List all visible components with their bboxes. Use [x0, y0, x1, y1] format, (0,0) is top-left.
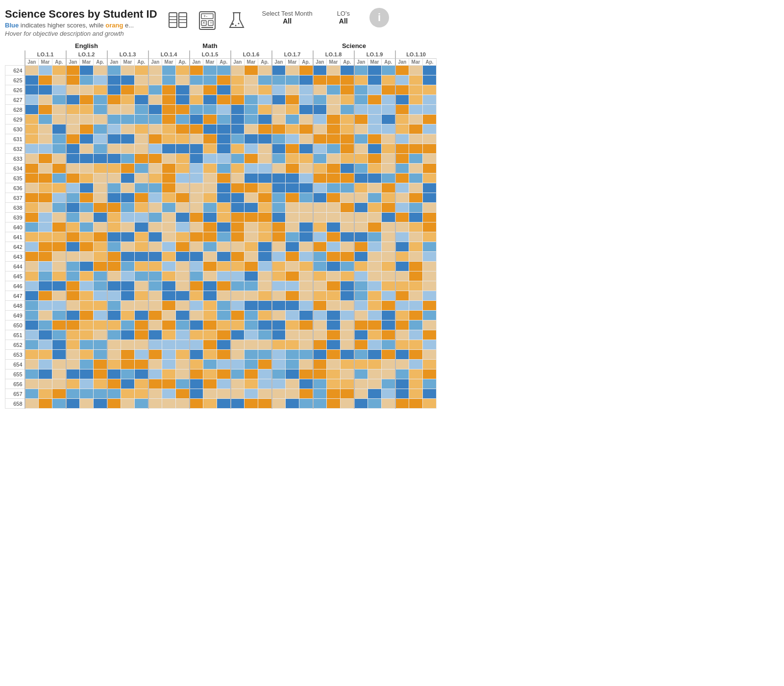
score-cell[interactable] — [423, 154, 437, 164]
score-cell[interactable] — [135, 311, 148, 320]
score-cell[interactable] — [272, 115, 286, 124]
score-cell[interactable] — [176, 389, 190, 399]
score-cell[interactable] — [313, 193, 327, 203]
score-cell[interactable] — [39, 124, 52, 134]
score-cell[interactable] — [80, 311, 94, 320]
score-cell[interactable] — [203, 232, 217, 242]
score-cell[interactable] — [25, 154, 39, 164]
score-cell[interactable] — [272, 183, 286, 193]
score-cell[interactable] — [217, 242, 231, 252]
score-cell[interactable] — [80, 291, 94, 301]
score-cell[interactable] — [121, 369, 135, 379]
score-cell[interactable] — [368, 320, 382, 330]
score-cell[interactable] — [272, 281, 286, 291]
score-cell[interactable] — [121, 399, 135, 409]
score-cell[interactable] — [368, 262, 382, 271]
score-cell[interactable] — [245, 360, 258, 369]
score-cell[interactable] — [107, 154, 121, 164]
score-cell[interactable] — [258, 213, 272, 222]
score-cell[interactable] — [121, 330, 135, 340]
score-cell[interactable] — [25, 379, 39, 389]
score-cell[interactable] — [94, 144, 107, 154]
score-cell[interactable] — [162, 320, 176, 330]
score-cell[interactable] — [327, 183, 341, 193]
score-cell[interactable] — [190, 183, 203, 193]
score-cell[interactable] — [80, 115, 94, 124]
score-cell[interactable] — [382, 399, 395, 409]
score-cell[interactable] — [52, 291, 66, 301]
score-cell[interactable] — [135, 242, 148, 252]
score-cell[interactable] — [135, 232, 148, 242]
score-cell[interactable] — [395, 281, 409, 291]
score-cell[interactable] — [39, 144, 52, 154]
score-cell[interactable] — [354, 271, 368, 281]
score-cell[interactable] — [395, 144, 409, 154]
score-cell[interactable] — [299, 271, 313, 281]
score-cell[interactable] — [231, 389, 245, 399]
score-cell[interactable] — [39, 75, 52, 85]
score-cell[interactable] — [39, 301, 52, 311]
score-cell[interactable] — [203, 350, 217, 360]
score-cell[interactable] — [217, 193, 231, 203]
score-cell[interactable] — [354, 232, 368, 242]
score-cell[interactable] — [121, 389, 135, 399]
score-cell[interactable] — [25, 242, 39, 252]
score-cell[interactable] — [80, 85, 94, 95]
score-cell[interactable] — [52, 173, 66, 183]
score-cell[interactable] — [231, 193, 245, 203]
score-cell[interactable] — [203, 164, 217, 173]
score-cell[interactable] — [39, 320, 52, 330]
score-cell[interactable] — [272, 311, 286, 320]
score-cell[interactable] — [395, 262, 409, 271]
score-cell[interactable] — [190, 144, 203, 154]
score-cell[interactable] — [382, 379, 395, 389]
score-cell[interactable] — [395, 360, 409, 369]
score-cell[interactable] — [107, 281, 121, 291]
score-cell[interactable] — [176, 183, 190, 193]
score-cell[interactable] — [327, 242, 341, 252]
score-cell[interactable] — [286, 203, 299, 213]
score-cell[interactable] — [107, 66, 121, 75]
score-cell[interactable] — [203, 262, 217, 271]
score-cell[interactable] — [286, 399, 299, 409]
score-cell[interactable] — [190, 115, 203, 124]
score-cell[interactable] — [258, 144, 272, 154]
score-cell[interactable] — [382, 105, 395, 115]
score-cell[interactable] — [52, 95, 66, 105]
score-cell[interactable] — [313, 222, 327, 232]
score-cell[interactable] — [368, 183, 382, 193]
score-cell[interactable] — [327, 232, 341, 242]
score-cell[interactable] — [94, 134, 107, 144]
score-cell[interactable] — [272, 360, 286, 369]
score-cell[interactable] — [313, 350, 327, 360]
score-cell[interactable] — [203, 124, 217, 134]
score-cell[interactable] — [327, 105, 341, 115]
score-cell[interactable] — [80, 350, 94, 360]
score-cell[interactable] — [121, 183, 135, 193]
score-cell[interactable] — [368, 105, 382, 115]
score-cell[interactable] — [354, 399, 368, 409]
score-cell[interactable] — [368, 242, 382, 252]
score-cell[interactable] — [217, 291, 231, 301]
score-cell[interactable] — [107, 105, 121, 115]
score-cell[interactable] — [39, 154, 52, 164]
score-cell[interactable] — [217, 154, 231, 164]
score-cell[interactable] — [135, 340, 148, 350]
score-cell[interactable] — [354, 252, 368, 262]
score-cell[interactable] — [176, 281, 190, 291]
score-cell[interactable] — [423, 124, 437, 134]
score-cell[interactable] — [341, 350, 354, 360]
score-cell[interactable] — [258, 301, 272, 311]
score-cell[interactable] — [382, 183, 395, 193]
score-cell[interactable] — [382, 95, 395, 105]
score-cell[interactable] — [107, 262, 121, 271]
score-cell[interactable] — [395, 232, 409, 242]
score-cell[interactable] — [327, 291, 341, 301]
score-cell[interactable] — [354, 75, 368, 85]
score-cell[interactable] — [231, 252, 245, 262]
score-cell[interactable] — [52, 242, 66, 252]
score-cell[interactable] — [121, 193, 135, 203]
score-cell[interactable] — [286, 183, 299, 193]
score-cell[interactable] — [66, 311, 80, 320]
score-cell[interactable] — [272, 379, 286, 389]
